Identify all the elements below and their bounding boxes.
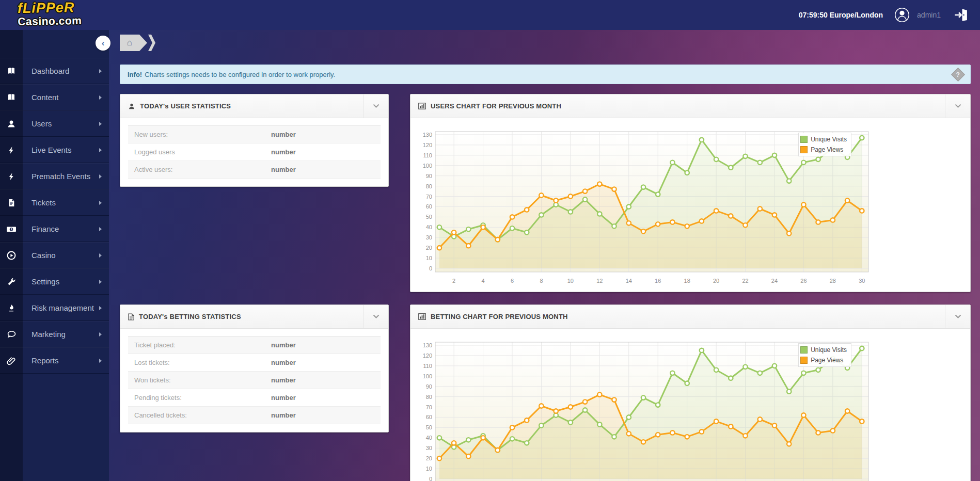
wrench-icon	[0, 269, 23, 294]
brand-logo[interactable]: fLiPPeR Casino.com	[18, 1, 82, 27]
sidebar-item-label: Content	[23, 93, 59, 102]
users-chart-panel-header: USERS CHART FOR PREVIOUS MONTH	[410, 94, 970, 118]
panel-title: TODAY's BETTING STATISTICS	[139, 313, 241, 320]
breadcrumb-arrow-icon	[139, 35, 147, 51]
svg-text:24: 24	[771, 278, 778, 284]
users-chart-body: 0102030405060708090100110120130246810121…	[410, 118, 970, 292]
svg-text:120: 120	[423, 142, 432, 148]
svg-text:130: 130	[423, 342, 432, 348]
panel-collapse-button[interactable]	[945, 94, 970, 118]
panel-collapse-button[interactable]	[945, 305, 970, 328]
svg-text:80: 80	[426, 394, 432, 400]
stat-row: Cancelled tickets: number	[128, 407, 381, 424]
sidebar-item-label: Risk management	[23, 303, 94, 312]
stat-value: number	[271, 166, 374, 173]
help-icon[interactable]: ?	[951, 68, 965, 82]
users-chart-wrap: 0102030405060708090100110120130246810121…	[418, 125, 872, 286]
stat-label: Lost tickets:	[134, 359, 271, 366]
chevron-right-icon	[99, 332, 102, 336]
home-icon[interactable]: ⌂	[120, 35, 139, 51]
svg-text:120: 120	[423, 352, 432, 359]
legend-label: Page Views	[811, 357, 843, 364]
chart-legend: Unique Visits Page Views	[798, 343, 851, 367]
betting-chart-panel-header: BETTING CHART FOR PREVIOUS MONTH	[410, 305, 970, 329]
breadcrumb-arrow-icon	[148, 35, 155, 51]
svg-text:22: 22	[742, 278, 748, 284]
sidebar-item-label: Reports	[23, 356, 59, 365]
svg-text:60: 60	[426, 414, 432, 420]
play-circle-icon	[0, 243, 23, 268]
chevron-down-icon	[373, 104, 380, 108]
panel-title: BETTING CHART FOR PREVIOUS MONTH	[431, 313, 568, 320]
stat-label: Active users:	[134, 166, 271, 173]
info-alert-prefix: Info!	[128, 71, 142, 78]
sidebar-collapse-button[interactable]: ‹	[96, 36, 110, 51]
stat-label: Logged users	[134, 148, 271, 156]
bolt-icon	[0, 164, 23, 189]
breadcrumb[interactable]: ⌂	[120, 35, 157, 51]
chevron-right-icon	[99, 359, 102, 363]
bar-chart-icon	[418, 313, 426, 320]
user-avatar-icon[interactable]	[894, 7, 910, 23]
book-icon	[0, 85, 23, 110]
sidebar-item-prematch-events[interactable]: Prematch Events	[0, 163, 109, 189]
sidebar-item-finance[interactable]: Finance	[0, 216, 109, 242]
svg-text:60: 60	[426, 203, 432, 210]
user-icon	[0, 111, 23, 136]
sidebar-item-reports[interactable]: Reports	[0, 347, 109, 374]
svg-text:30: 30	[426, 234, 432, 241]
sidebar-item-label: Finance	[23, 225, 59, 233]
stat-value: number	[271, 376, 374, 384]
betting-chart-panel: BETTING CHART FOR PREVIOUS MONTH 0102030…	[410, 304, 971, 481]
legend-item: Unique Visits	[800, 134, 847, 145]
svg-text:80: 80	[426, 183, 432, 189]
stat-label: Won tickets:	[134, 376, 271, 384]
sidebar-item-users[interactable]: Users	[0, 110, 109, 137]
svg-text:30: 30	[859, 278, 865, 284]
sidebar-item-marketing[interactable]: Marketing	[0, 321, 109, 347]
chevron-right-icon	[99, 227, 102, 231]
user-stats-body: New users: number Logged users number Ac…	[120, 118, 388, 186]
svg-text:12: 12	[596, 278, 603, 284]
stat-row: Lost tickets: number	[128, 354, 381, 372]
svg-text:14: 14	[626, 278, 632, 284]
username-link[interactable]: admin1	[917, 11, 941, 19]
stat-row: Pending tickets: number	[128, 389, 381, 407]
sidebar-item-settings[interactable]: Settings	[0, 268, 109, 295]
panel-title: TODAY's USER STATISTICS	[140, 102, 231, 110]
stat-row: Active users: number	[128, 161, 381, 179]
svg-text:10: 10	[426, 466, 432, 472]
chevron-right-icon	[99, 280, 102, 284]
panel-collapse-button[interactable]	[363, 94, 388, 118]
svg-text:26: 26	[800, 278, 807, 284]
svg-text:0: 0	[429, 265, 432, 271]
sidebar-item-label: Marketing	[23, 330, 66, 339]
brand-logo-line2: Casino.com	[18, 15, 82, 27]
svg-text:10: 10	[426, 255, 432, 261]
sidebar-item-tickets[interactable]: Tickets	[0, 189, 109, 216]
panel-collapse-button[interactable]	[363, 305, 388, 328]
bar-chart-icon	[418, 103, 426, 109]
stat-row: Logged users number	[128, 143, 381, 161]
legend-label: Unique Visits	[811, 136, 847, 143]
admin-dashboard: { "header": { "logo_line1": "fLiPPeR", "…	[0, 0, 980, 481]
svg-text:10: 10	[567, 278, 574, 284]
users-chart-panel: USERS CHART FOR PREVIOUS MONTH 010203040…	[410, 94, 971, 292]
betting-stats-body: Ticket placed: number Lost tickets: numb…	[120, 329, 388, 432]
legend-label: Page Views	[811, 146, 843, 153]
sidebar-item-risk-management[interactable]: Risk management	[0, 295, 109, 321]
sidebar-item-content[interactable]: Content	[0, 84, 109, 110]
legend-label: Unique Visits	[811, 346, 847, 354]
chevron-down-icon	[373, 314, 380, 319]
chevron-right-icon	[99, 148, 102, 152]
sidebar-item-casino[interactable]: Casino	[0, 242, 109, 268]
svg-text:70: 70	[426, 194, 432, 200]
stat-label: Cancelled tickets:	[134, 411, 271, 419]
sidebar: Dashboard Content Users Live Events Prem…	[0, 30, 109, 481]
sidebar-item-dashboard[interactable]: Dashboard	[0, 58, 109, 84]
sidebar-item-live-events[interactable]: Live Events	[0, 137, 109, 163]
svg-text:20: 20	[713, 278, 719, 284]
svg-text:90: 90	[426, 173, 432, 179]
sidebar-item-label: Prematch Events	[23, 172, 90, 181]
logout-button[interactable]	[953, 7, 969, 23]
